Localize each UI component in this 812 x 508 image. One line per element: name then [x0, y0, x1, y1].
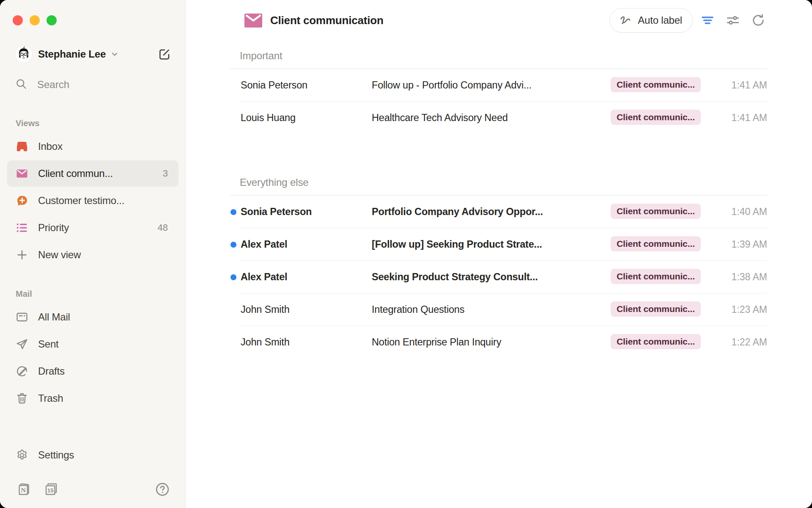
account-name: Stephanie Lee: [38, 48, 106, 60]
email-label-badge: Client communic...: [611, 269, 701, 284]
sidebar-section-label: Mail: [16, 289, 185, 299]
email-row[interactable]: Sonia Peterson Follow up - Portfolio Com…: [230, 69, 767, 102]
sidebar-item-new-view[interactable]: New view: [7, 242, 178, 268]
all-mail-icon: [16, 311, 28, 323]
email-sender: Alex Patel: [241, 239, 372, 250]
compose-button[interactable]: [157, 47, 172, 62]
refresh-icon: [751, 13, 765, 28]
email-subject: Portfolio Company Advisory Oppor...: [372, 206, 611, 218]
sidebar-settings: Settings: [7, 442, 178, 468]
sidebar-item-settings[interactable]: Settings: [7, 442, 178, 468]
email-subject: Seeking Product Strategy Consult...: [372, 271, 611, 283]
email-subject: Integration Questions: [372, 304, 611, 315]
email-sender: Sonia Peterson: [241, 80, 372, 91]
unread-count: 3: [163, 168, 168, 179]
email-time: 1:22 AM: [714, 337, 767, 348]
auto-label-button[interactable]: Auto label: [609, 8, 693, 33]
sidebar-item-sent[interactable]: Sent: [7, 331, 178, 357]
sidebar-item-customer-testimo[interactable]: Customer testimo...: [7, 188, 178, 214]
filter-button[interactable]: [697, 10, 718, 31]
list-section-title: Everything else: [230, 177, 767, 188]
inbox-icon: [16, 140, 28, 153]
search-icon: [15, 78, 27, 91]
header-actions: Auto label: [609, 8, 769, 33]
email-label-badge: Client communic...: [611, 301, 701, 317]
zoom-button[interactable]: [47, 15, 57, 25]
email-group: Sonia Peterson Portfolio Company Advisor…: [230, 196, 767, 359]
sidebar-footer: N 15: [17, 481, 170, 498]
email-sender: Sonia Peterson: [241, 206, 372, 218]
sent-icon: [16, 338, 28, 351]
unread-dot: [230, 83, 236, 88]
unread-dot: [230, 115, 236, 121]
email-subject: Notion Enterprise Plan Inquiry: [372, 337, 611, 348]
main-panel: Client communication Auto label: [186, 0, 812, 508]
unread-count: 48: [158, 222, 168, 233]
page-title: Client communication: [270, 14, 384, 27]
email-row[interactable]: Louis Huang Healthcare Tech Advisory Nee…: [230, 102, 767, 134]
sidebar-item-priority[interactable]: Priority 48: [7, 215, 178, 241]
notion-app-icon[interactable]: N: [17, 482, 31, 497]
sidebar-item-trash[interactable]: Trash: [7, 385, 178, 411]
email-sender: Alex Patel: [241, 271, 372, 283]
email-row[interactable]: Alex Patel Seeking Product Strategy Cons…: [230, 261, 767, 293]
sidebar-section-label: Views: [16, 119, 185, 128]
view-header: Client communication Auto label: [186, 0, 812, 41]
email-row[interactable]: Alex Patel [Follow up] Seeking Product S…: [230, 228, 767, 261]
search-placeholder: Search: [37, 79, 69, 91]
sidebar-item-drafts[interactable]: Drafts: [7, 358, 178, 384]
email-label-badge: Client communic...: [611, 110, 701, 125]
sidebar-item-all-mail[interactable]: All Mail: [7, 304, 178, 330]
unread-dot: [230, 242, 236, 248]
notion-calendar-icon[interactable]: 15: [44, 482, 58, 497]
email-label-badge: Client communic...: [611, 334, 701, 349]
email-label-badge: Client communic...: [611, 204, 701, 219]
gear-icon: [16, 449, 28, 461]
email-row[interactable]: John Smith Integration Questions Client …: [230, 293, 767, 326]
email-sender: Louis Huang: [241, 112, 372, 124]
email-time: 1:38 AM: [714, 271, 767, 283]
email-time: 1:41 AM: [714, 80, 767, 91]
filter-icon: [700, 13, 715, 28]
account-switcher[interactable]: Stephanie Lee: [15, 45, 172, 64]
unread-dot: [230, 307, 236, 313]
email-subject: [Follow up] Seeking Product Strate...: [372, 239, 611, 250]
minimize-button[interactable]: [30, 15, 40, 25]
unread-dot: [230, 340, 236, 345]
sidebar-section-gap: [0, 269, 185, 289]
email-time: 1:23 AM: [714, 304, 767, 315]
sidebar-item-client-commun[interactable]: Client commun... 3: [7, 160, 178, 187]
email-subject: Follow up - Portfolio Company Advi...: [372, 80, 611, 91]
email-time: 1:39 AM: [714, 239, 767, 250]
email-label-badge: Client communic...: [611, 77, 701, 92]
svg-text:15: 15: [47, 487, 54, 494]
sidebar-item-inbox[interactable]: Inbox: [7, 133, 178, 160]
search-input[interactable]: Search: [15, 75, 173, 94]
sidebar-navigation: Views Inbox Client commun... 3 Customer …: [0, 119, 185, 412]
email-sender: John Smith: [241, 337, 372, 348]
email-sender: John Smith: [241, 304, 372, 315]
display-settings-button[interactable]: [722, 10, 743, 31]
email-time: 1:41 AM: [714, 112, 767, 124]
email-subject: Healthcare Tech Advisory Need: [372, 112, 611, 124]
list-section-title: Important: [230, 50, 767, 62]
priority-list-icon: [16, 221, 28, 234]
email-group: Sonia Peterson Follow up - Portfolio Com…: [230, 69, 767, 134]
drafts-icon: [16, 365, 28, 378]
email-time: 1:40 AM: [714, 206, 767, 218]
unread-dot: [230, 209, 236, 215]
close-button[interactable]: [13, 15, 23, 25]
refresh-button[interactable]: [748, 10, 769, 31]
auto-label-icon: [618, 13, 633, 28]
trash-icon: [16, 392, 28, 405]
envelope-icon: [16, 167, 28, 180]
window-controls: [13, 15, 57, 25]
email-list: Important Sonia Peterson Follow up - Por…: [230, 50, 767, 359]
svg-text:N: N: [21, 486, 26, 494]
email-row[interactable]: Sonia Peterson Portfolio Company Advisor…: [230, 196, 767, 228]
testimonial-icon: [16, 194, 28, 207]
app-window: Stephanie Lee Search Views Inbox Client: [0, 0, 812, 508]
email-row[interactable]: John Smith Notion Enterprise Plan Inquir…: [230, 326, 767, 359]
help-icon[interactable]: [155, 482, 170, 497]
plus-icon: [16, 248, 28, 261]
